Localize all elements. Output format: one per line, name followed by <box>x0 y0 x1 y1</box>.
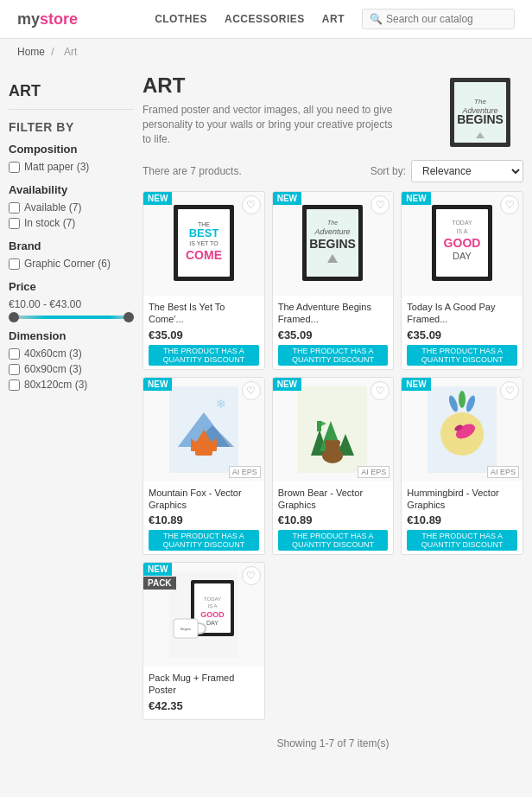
search-box: 🔍 <box>362 9 515 29</box>
search-input[interactable] <box>386 13 507 25</box>
product-price-1: €35.09 <box>278 328 389 341</box>
product-bar: There are 7 products. Sort by: Relevance… <box>142 160 523 182</box>
filter-checkbox-80x120[interactable] <box>9 379 20 391</box>
product-price-5: €10.89 <box>407 513 517 526</box>
file-format-badge-4: AI EPS <box>358 466 390 478</box>
nav-accessories[interactable]: ACCESSORIES <box>225 13 305 25</box>
breadcrumb-home[interactable]: Home <box>17 46 45 58</box>
product-image-3: NEW ♡ ❄ AI EPS <box>143 378 264 481</box>
filter-checkbox-matt-paper[interactable] <box>9 162 20 173</box>
product-image-2: NEW ♡ TODAY IS A GOOD DAY <box>402 192 522 296</box>
sort-area: Sort by: Relevance Name, A to Z Name, Z … <box>370 160 523 182</box>
price-title: Price <box>9 280 134 293</box>
file-format-badge-3: AI EPS <box>229 466 261 478</box>
filter-item-80x120[interactable]: 80x120cm (3) <box>9 379 134 391</box>
brand-filter: Brand Graphic Corner (6) <box>9 239 134 270</box>
sidebar: ART FILTER BY Composition Matt paper (3)… <box>9 73 134 758</box>
svg-text:DAY: DAY <box>206 620 218 626</box>
filter-item-60x90[interactable]: 60x90cm (3) <box>9 363 134 375</box>
wishlist-button-5[interactable]: ♡ <box>500 381 519 400</box>
product-grid: NEW ♡ THE BEST IS YET TO COME The Best I… <box>142 191 523 720</box>
wishlist-button-0[interactable]: ♡ <box>242 195 261 214</box>
product-name-3: Mountain Fox - Vector Graphics <box>149 487 259 512</box>
price-range: €10.00 - €43.00 <box>9 298 134 310</box>
product-info-3: Mountain Fox - Vector Graphics €10.89 TH… <box>143 481 264 555</box>
nav-art[interactable]: ART <box>322 13 345 25</box>
svg-text:Adventure: Adventure <box>314 227 351 236</box>
svg-text:IS A: IS A <box>207 603 217 609</box>
search-icon: 🔍 <box>370 13 383 25</box>
svg-text:DAY: DAY <box>453 251 472 261</box>
wishlist-button-6[interactable]: ♡ <box>242 566 261 585</box>
svg-text:COME: COME <box>186 248 222 262</box>
product-name-5: Hummingbird - Vector Graphics <box>407 487 517 512</box>
product-svg-1: The Adventure BEGINS <box>298 201 367 287</box>
product-price-0: €35.09 <box>149 328 259 341</box>
filter-item-graphic-corner[interactable]: Graphic Corner (6) <box>9 258 134 270</box>
svg-rect-30 <box>195 447 212 456</box>
category-showcase-image: The Adventure BEGINS <box>446 73 523 151</box>
svg-text:Begins: Begins <box>180 627 191 631</box>
filter-label-60x90: 60x90cm (3) <box>24 363 82 375</box>
wishlist-button-3[interactable]: ♡ <box>242 381 261 400</box>
category-title: ART <box>142 73 446 98</box>
filter-checkbox-40x60[interactable] <box>9 348 20 360</box>
pack-badge-6: PACK <box>143 577 176 590</box>
filter-item-40x60[interactable]: 40x60cm (3) <box>9 347 134 360</box>
svg-text:The: The <box>474 98 486 105</box>
showcase-svg: The Adventure BEGINS <box>446 73 515 151</box>
svg-text:❄: ❄ <box>216 397 226 411</box>
dimension-title: Dimension <box>9 329 134 342</box>
dimension-filter: Dimension 40x60cm (3) 60x90cm (3) 80x120… <box>9 329 134 391</box>
new-badge-4: NEW <box>273 378 301 391</box>
category-info: ART Framed poster and vector images, all… <box>142 73 446 146</box>
product-name-6: Pack Mug + Framed Poster <box>149 672 259 697</box>
filter-item-instock[interactable]: In stock (7) <box>9 217 134 229</box>
svg-text:GOOD: GOOD <box>444 236 481 250</box>
new-badge-0: NEW <box>143 192 172 205</box>
filter-checkbox-graphic-corner[interactable] <box>9 258 20 270</box>
availability-filter: Availability Available (7) In stock (7) <box>9 183 134 229</box>
discount-badge-0: THE PRODUCT HAS A QUANTITY DISCOUNT <box>149 345 259 366</box>
filter-item-available[interactable]: Available (7) <box>9 201 134 214</box>
logo-store: store <box>40 10 78 28</box>
discount-badge-4: THE PRODUCT HAS A QUANTITY DISCOUNT <box>278 530 389 551</box>
discount-badge-2: THE PRODUCT HAS A QUANTITY DISCOUNT <box>407 345 517 366</box>
wishlist-button-1[interactable]: ♡ <box>370 195 390 214</box>
wishlist-button-2[interactable]: ♡ <box>500 195 519 214</box>
svg-text:The: The <box>327 220 338 226</box>
filter-checkbox-available[interactable] <box>9 202 20 214</box>
product-price-4: €10.89 <box>278 513 389 526</box>
product-svg-6: TODAY IS A GOOD DAY Begins <box>169 571 238 658</box>
product-name-0: The Best Is Yet To Come'... <box>149 301 259 326</box>
svg-rect-36 <box>317 421 321 431</box>
product-name-4: Brown Bear - Vector Graphics <box>278 487 389 512</box>
filter-label-matt-paper: Matt paper (3) <box>24 161 89 173</box>
product-card-3: NEW ♡ ❄ AI EPS <box>142 377 265 556</box>
category-header: ART Framed poster and vector images, all… <box>142 73 523 151</box>
price-slider-max-handle[interactable] <box>124 312 134 322</box>
composition-filter: Composition Matt paper (3) <box>9 143 134 173</box>
product-card-4: NEW ♡ <box>272 377 395 556</box>
svg-text:TODAY: TODAY <box>452 220 472 226</box>
product-name-2: Today Is A Good Pay Framed... <box>407 301 517 326</box>
nav-clothes[interactable]: CLOTHES <box>155 13 207 25</box>
discount-badge-1: THE PRODUCT HAS A QUANTITY DISCOUNT <box>278 345 389 366</box>
pagination: Showing 1-7 of 7 item(s) <box>142 729 523 758</box>
price-slider-min-handle[interactable] <box>9 312 19 322</box>
product-card-2: NEW ♡ TODAY IS A GOOD DAY Today Is A Goo… <box>401 191 523 370</box>
filter-checkbox-instock[interactable] <box>9 218 20 229</box>
filter-checkbox-60x90[interactable] <box>9 364 20 375</box>
price-slider[interactable] <box>9 316 134 319</box>
main-nav: CLOTHES ACCESSORIES ART <box>155 13 345 25</box>
sort-select[interactable]: Relevance Name, A to Z Name, Z to A Pric… <box>411 160 523 182</box>
filter-item-matt-paper[interactable]: Matt paper (3) <box>9 161 134 173</box>
product-info-2: Today Is A Good Pay Framed... €35.09 THE… <box>402 296 522 369</box>
header: mystore CLOTHES ACCESSORIES ART 🔍 <box>0 0 532 39</box>
product-info-6: Pack Mug + Framed Poster €42.35 <box>143 666 264 719</box>
wishlist-button-4[interactable]: ♡ <box>370 381 390 400</box>
filter-label-80x120: 80x120cm (3) <box>24 379 87 391</box>
svg-point-40 <box>325 440 330 445</box>
filter-label-available: Available (7) <box>24 201 81 214</box>
product-image-0: NEW ♡ THE BEST IS YET TO COME <box>143 192 264 296</box>
